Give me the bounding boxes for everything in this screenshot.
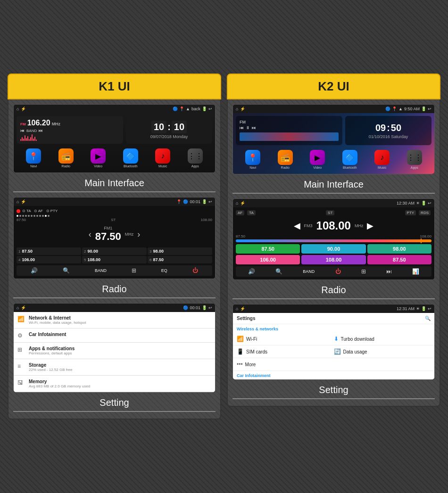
k2-navi-icon: 📍 — [245, 150, 260, 165]
k1-setting-storage[interactable]: ≡ Storage 22% used - 12.52 GB free — [14, 359, 215, 376]
k1-st-label: ST — [111, 218, 116, 222]
k2-radio-controls: ⏮ ⏸ ⏭ — [240, 125, 339, 130]
k1-preset-6[interactable]: 6 87.50 — [148, 256, 212, 263]
k2-radio-screen: ⌂ ⚡ 12:30 AM ☀ 🔋 ↩ AF TA ST — [232, 198, 435, 280]
k2-clock-colon: : — [387, 123, 390, 133]
k2-prev-btn[interactable]: ◀ — [294, 221, 300, 231]
k2-app-navi[interactable]: 📍 Navi — [245, 150, 260, 169]
rds-tag: RDS — [419, 210, 431, 215]
k2-preset-1[interactable]: 87.50 — [236, 244, 300, 254]
k2-preset-3[interactable]: 98.00 — [367, 244, 431, 254]
k1-app-video[interactable]: ▶ Video — [91, 148, 106, 168]
k1-setting-network[interactable]: 📶 Network & Internet Wi-Fi, mobile, data… — [14, 312, 215, 329]
k2-clock-display: 09 : 50 — [375, 123, 401, 133]
k1-setting-memory[interactable]: 🖫 Memory Avg 883 MB of 2.0 GB memory use… — [14, 376, 215, 392]
search-icon[interactable]: 🔍 — [63, 267, 70, 274]
k1-prev-btn[interactable]: ‹ — [89, 230, 91, 239]
k2-main-status-bar: ⌂ ⚡ 🔵 📍 ▲ 9:50 AM 🔋 ↩ — [233, 105, 434, 113]
ff-icon[interactable]: ⏭ — [39, 128, 43, 133]
k2-app-music[interactable]: ♪ Music — [374, 150, 390, 169]
k2-data-icon: 🔄 — [334, 348, 341, 355]
k1-eq-btn[interactable]: EQ — [161, 268, 167, 273]
k2-wifi-row[interactable]: 📶 Wi-Fi ⬇ Turbo download — [233, 333, 434, 345]
k2-navi-label: Navi — [249, 166, 256, 169]
k2-power-icon[interactable]: ⏻ — [335, 268, 341, 275]
k2-back3-icon: ↩ — [428, 306, 431, 311]
k2-radio-widget: FM ⏮ ⏸ ⏭ — [236, 116, 342, 145]
k1-setting-car[interactable]: ⚙ Car Infotainment — [14, 329, 215, 343]
k2-play-icon[interactable]: ⏸ — [246, 125, 250, 130]
k2-app-bt[interactable]: 🔷 Bluetooth — [342, 150, 357, 169]
k1-band-btn[interactable]: BAND — [26, 129, 37, 133]
home3-icon: ⌂ — [17, 305, 19, 310]
k1-setting-apps[interactable]: ⊞ Apps & notifications Permissions, defa… — [14, 343, 215, 359]
k2-main-time: 9:50 AM — [404, 107, 420, 111]
k2-search-icon[interactable]: 🔍 — [275, 268, 282, 275]
k1-preset-1[interactable]: 1 87.50 — [17, 247, 81, 255]
k1-settings-content: 📶 Network & Internet Wi-Fi, mobile, data… — [14, 312, 215, 392]
k2-band: FM — [240, 120, 246, 124]
k2-body: ⌂ ⚡ 🔵 📍 ▲ 9:50 AM 🔋 ↩ — [227, 99, 440, 407]
k2-preset-4[interactable]: 106.00 — [236, 255, 300, 264]
k1-radio-freq: FM 106.20 MHz — [20, 119, 119, 127]
k2-search-settings-icon[interactable]: 🔍 — [425, 316, 431, 321]
k2-main-screen: ⌂ ⚡ 🔵 📍 ▲ 9:50 AM 🔋 ↩ — [232, 104, 435, 174]
k2-volume-icon[interactable]: 🔊 — [248, 268, 255, 275]
k2-ff-icon[interactable]: ⏭ — [252, 125, 256, 130]
k1-body: ⌂ ⚡ 🔵 📍 ▲ back 🔋 ↩ — [8, 99, 221, 419]
rw-icon[interactable]: ⏮ — [20, 128, 25, 133]
k2-rw-icon[interactable]: ⏮ — [240, 125, 244, 130]
k1-app-bt[interactable]: 🔷 Bluetooth — [123, 148, 138, 168]
k2-sim-row[interactable]: 📱 SIM cards 🔄 Data usage — [233, 345, 434, 358]
k2-video-icon: ▶ — [310, 150, 325, 165]
k1-clock-display: 10 : 10 — [151, 121, 187, 133]
usb-icon: ⚡ — [21, 107, 26, 111]
back2-icon: ↩ — [208, 199, 212, 204]
k2-preset-6[interactable]: 87.50 — [367, 255, 431, 264]
k1-app-music[interactable]: ♪ Music — [155, 148, 170, 168]
loc-icon: 📍 — [179, 107, 184, 111]
k2-app-apps[interactable]: ⋮⋮ Apps — [407, 150, 422, 169]
k1-app-apps[interactable]: ⋮⋮ Apps — [188, 148, 203, 168]
k2-app-radio[interactable]: 📻 Radio — [278, 150, 293, 169]
k2-home3-icon: ⌂ — [236, 306, 238, 311]
k1-preset-4[interactable]: 4 106.00 — [17, 256, 81, 263]
power-icon[interactable]: ⏻ — [192, 267, 198, 274]
k1-main-label: Main Interface — [13, 176, 216, 192]
k2-more-label: More — [245, 362, 256, 367]
k1-freq-unit: MHz — [52, 122, 61, 126]
ta-tag: TA — [247, 210, 256, 215]
volume-icon[interactable]: 🔊 — [31, 267, 38, 274]
k1-freq-num: 106.20 — [27, 119, 50, 127]
k2-preset-2[interactable]: 90.00 — [301, 244, 365, 254]
k2-music-icon: ♪ — [374, 150, 390, 165]
k2-radio-presets: 87.50 90.00 98.00 106.00 108.00 87.50 — [236, 244, 431, 264]
k1-preset-3[interactable]: 3 98.00 — [148, 247, 212, 255]
k2-car-section[interactable]: Car Infotainment — [233, 371, 434, 379]
k2-grid-icon[interactable]: ⊞ — [361, 268, 366, 275]
k1-next-btn[interactable]: › — [137, 230, 140, 239]
k2-mhz: MHz — [355, 223, 364, 228]
k1-app-navi[interactable]: 📍 Navi — [26, 148, 41, 168]
k1-radio-main-freq: ‹ FM1 87.50 MHz › — [17, 223, 212, 246]
k2-next-btn[interactable]: ▶ — [367, 221, 373, 231]
k1-preset-5[interactable]: 5 108.00 — [82, 256, 147, 263]
k2-header: K2 UI — [227, 74, 440, 99]
k2-preset-5[interactable]: 108.00 — [301, 255, 365, 264]
k2-skip-icon[interactable]: ⏭ — [386, 268, 392, 275]
k1-preset-2[interactable]: 2 90.00 — [82, 247, 147, 255]
apps-icon: ⋮⋮ — [188, 148, 203, 164]
k2-app-video[interactable]: ▶ Video — [310, 150, 325, 169]
k2-chart-icon[interactable]: 📊 — [412, 268, 419, 275]
k2-settings-time: 12:31 AM — [397, 306, 415, 311]
k1-band-bottom[interactable]: BAND — [95, 268, 107, 273]
k2-band-btn[interactable]: BAND — [303, 269, 315, 274]
k2-bat3-icon: 🔋 — [421, 306, 426, 311]
k2-turbo-label: Turbo download — [341, 337, 374, 342]
k1-band-label: FM — [20, 122, 26, 126]
k2-more-row[interactable]: ••• More — [233, 358, 434, 371]
k1-radio-presets: 1 87.50 2 90.00 3 98.00 4 — [17, 247, 212, 263]
k1-app-radio[interactable]: 📻 Radio — [58, 148, 74, 168]
k1-apps-label: Apps — [191, 164, 199, 168]
grid-icon[interactable]: ⊞ — [132, 267, 136, 274]
